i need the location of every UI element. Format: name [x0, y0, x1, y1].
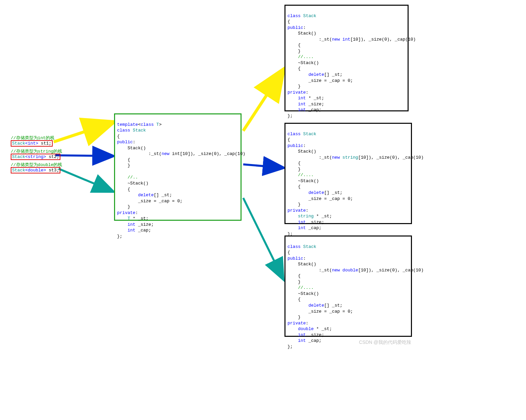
decl-double-stack: Stack — [12, 168, 25, 173]
decl-string-wrapper: Stack<string> st2; — [11, 154, 60, 160]
arrow-template-to-double — [243, 198, 283, 278]
decl-int: Stack<int> st1; — [11, 140, 53, 147]
template-code-box: template<class T> class Stack { public: … — [114, 113, 242, 221]
decl-double-tpl: <double> — [25, 168, 46, 173]
decl-double-var: st3; — [46, 168, 59, 173]
decl-string-var: st2; — [46, 154, 59, 159]
decl-string-tpl: <string> — [25, 154, 46, 159]
decl-int-wrapper: Stack<int> st1; — [11, 140, 53, 147]
decl-int-stack: Stack — [12, 141, 25, 146]
arrow-int-to-template — [54, 122, 112, 142]
arrow-string-to-template — [55, 155, 112, 156]
arrow-template-to-int — [243, 70, 283, 131]
arrow-double-to-template — [59, 169, 112, 191]
decl-string-stack: Stack — [12, 154, 25, 159]
decl-int-var: st1; — [38, 141, 51, 146]
decl-int-tpl: <int> — [25, 141, 38, 146]
string-code-box: class Stack { public: Stack() :_st(new s… — [284, 123, 412, 224]
decl-string: Stack<string> st2; — [11, 154, 60, 160]
decl-double: Stack<double> st3; — [11, 167, 60, 173]
decl-double-wrapper: Stack<double> st3; — [11, 167, 60, 173]
int-code-box: class Stack { public: Stack() :_st(new i… — [284, 5, 409, 111]
watermark: CSDN @我的代码爱吃辣 — [359, 339, 411, 346]
double-code-box: class Stack { public: Stack() :_st(new d… — [284, 235, 412, 337]
arrows-layer — [0, 0, 526, 420]
arrow-template-to-string — [243, 164, 283, 168]
